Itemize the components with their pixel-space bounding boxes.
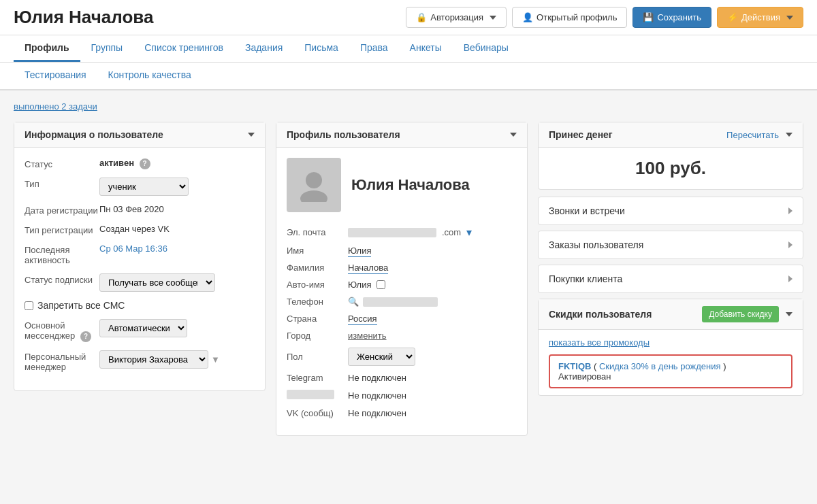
info-card: Информация о пользователе Статус активен… <box>14 122 266 391</box>
status-row: Статус активен ? <box>25 158 255 169</box>
tab-rights[interactable]: Права <box>349 35 399 62</box>
subscription-value: Получать все сообщения Не получать Тольк… <box>99 273 255 292</box>
manager-select[interactable]: Виктория Захарова <box>99 350 208 369</box>
type-row: Тип ученик администратор менеджер <box>25 178 255 196</box>
phone-field-row: Телефон 🔍 <box>287 297 517 307</box>
email-field-row: Эл. почта .com ▾ <box>287 226 517 239</box>
open-profile-button[interactable]: 👤 Открытый профиль <box>512 7 627 28</box>
city-value: изменить <box>348 331 517 341</box>
promo-link[interactable]: показать все промокоды <box>549 337 650 348</box>
status-label: Статус <box>25 158 99 169</box>
autoname-checkbox[interactable] <box>377 280 385 289</box>
auth-button[interactable]: 🔒 Авторизация <box>406 7 507 28</box>
reg-type-row: Тип регистрации Создан через VK <box>25 224 255 235</box>
name-value: Юлия <box>348 246 517 256</box>
tab-surveys[interactable]: Анкеты <box>399 35 453 62</box>
page-title: Юлия Началова <box>14 7 153 28</box>
messenger-value: Автоматически Email Telegram VK <box>99 319 255 337</box>
header: Юлия Началова 🔒 Авторизация 👤 Открытый п… <box>0 0 817 35</box>
lightning-icon: ⚡ <box>727 12 738 22</box>
autoname-text: Юлия <box>348 280 371 290</box>
messenger-label: Основной мессенджер ? <box>25 319 99 342</box>
sms-row: Запретить все СМС <box>25 300 255 311</box>
discounts-body: показать все промокоды FKTIQB ( Скидка 3… <box>539 330 803 395</box>
discounts-title: Скидки пользователя <box>549 309 652 320</box>
city-link[interactable]: изменить <box>348 331 387 341</box>
messenger-row: Основной мессенджер ? Автоматически Emai… <box>25 319 255 342</box>
hidden-tag <box>287 390 334 399</box>
actions-button[interactable]: ⚡ Действия <box>717 7 803 28</box>
search-icon: 🔍 <box>348 297 359 307</box>
tab-profile[interactable]: Профиль <box>14 35 80 62</box>
save-icon: 💾 <box>643 12 654 22</box>
name-text: Юлия <box>348 246 371 257</box>
save-button[interactable]: 💾 Сохранить <box>632 7 711 28</box>
recalc-link[interactable]: Пересчитать <box>726 130 779 140</box>
email-label: Эл. почта <box>287 227 348 237</box>
promo-box: FKTIQB ( Скидка 30% в день рождения ) Ак… <box>549 354 792 388</box>
email-text: .com <box>442 227 461 237</box>
manager-row: Персональный менеджер Виктория Захарова … <box>25 350 255 372</box>
add-discount-button[interactable]: Добавить скидку <box>702 306 779 322</box>
promo-code: FKTIQB <box>558 361 591 371</box>
tab-quality[interactable]: Контроль качества <box>97 63 202 89</box>
reg-type-label: Тип регистрации <box>25 224 99 235</box>
profile-card-title: Профиль пользователя <box>287 129 400 140</box>
promo-status: Активирован <box>558 371 783 382</box>
name-field-row: Имя Юлия <box>287 246 517 256</box>
reg-date-value: Пн 03 Фев 2020 <box>99 204 255 214</box>
phone-label: Телефон <box>287 297 348 307</box>
email-value: .com ▾ <box>348 226 517 239</box>
city-label: Город <box>287 331 348 341</box>
discounts-card: Скидки пользователя Добавить скидку пока… <box>538 299 803 396</box>
type-select[interactable]: ученик администратор менеджер <box>99 178 189 196</box>
surname-text: Началова <box>348 263 388 274</box>
city-field-row: Город изменить <box>287 331 517 341</box>
phone-value: 🔍 <box>348 297 517 307</box>
name-label: Имя <box>287 246 348 256</box>
manager-remove-icon[interactable]: ▼ <box>211 354 220 365</box>
country-value: Россия <box>348 314 517 324</box>
surname-field-row: Фамилия Началова <box>287 263 517 273</box>
surname-label: Фамилия <box>287 263 348 273</box>
calls-item[interactable]: Звонки и встречи <box>538 197 803 225</box>
chevron-down-icon <box>786 133 792 137</box>
tab-groups[interactable]: Группы <box>80 35 134 62</box>
dropdown-icon[interactable]: ▾ <box>466 226 472 239</box>
type-value: ученик администратор менеджер <box>99 178 255 196</box>
reg-date-row: Дата регистрации Пн 03 Фев 2020 <box>25 204 255 216</box>
reg-type-value: Создан через VK <box>99 224 255 234</box>
subscription-row: Статус подписки Получать все сообщения Н… <box>25 273 255 292</box>
messenger-select[interactable]: Автоматически Email Telegram VK <box>99 319 187 337</box>
gender-select[interactable]: Женский Мужской Не указан <box>348 348 415 366</box>
last-activity-link[interactable]: Ср 06 Мар 16:36 <box>99 243 167 254</box>
tab-webinars[interactable]: Вебинары <box>453 35 519 62</box>
info-card-body: Статус активен ? Тип ученик администрато… <box>14 148 265 390</box>
question-icon: ? <box>80 331 91 342</box>
sms-label: Запретить все СМС <box>37 300 125 311</box>
gender-field-row: Пол Женский Мужской Не указан <box>287 348 517 366</box>
tasks-link[interactable]: выполнено 2 задачи <box>14 101 97 112</box>
orders-item[interactable]: Заказы пользователя <box>538 231 803 259</box>
chevron-down-icon <box>510 133 517 137</box>
tab-tasks[interactable]: Задания <box>234 35 293 62</box>
orders-label: Заказы пользователя <box>549 239 643 250</box>
purchases-item[interactable]: Покупки клиента <box>538 265 803 293</box>
subscription-select[interactable]: Получать все сообщения Не получать Тольк… <box>99 273 215 292</box>
tab-letters[interactable]: Письма <box>293 35 349 62</box>
user-icon: 👤 <box>522 12 533 22</box>
autoname-field-row: Авто-имя Юлия <box>287 280 517 290</box>
chevron-right-icon <box>788 241 792 248</box>
promo-discount: Скидка 30% в день рождения <box>599 361 721 371</box>
tab-testing[interactable]: Тестирования <box>14 63 97 89</box>
calls-label: Звонки и встречи <box>549 205 625 216</box>
main-tabs: Профиль Группы Список тренингов Задания … <box>0 35 817 63</box>
country-label: Страна <box>287 314 348 324</box>
sms-checkbox[interactable] <box>25 301 33 310</box>
purchases-label: Покупки клиента <box>549 273 622 284</box>
tab-trainings[interactable]: Список тренингов <box>133 35 234 62</box>
promo-close: ) <box>723 361 726 371</box>
subscription-label: Статус подписки <box>25 273 99 285</box>
lock-icon: 🔒 <box>416 12 427 22</box>
avatar-icon <box>297 168 331 202</box>
